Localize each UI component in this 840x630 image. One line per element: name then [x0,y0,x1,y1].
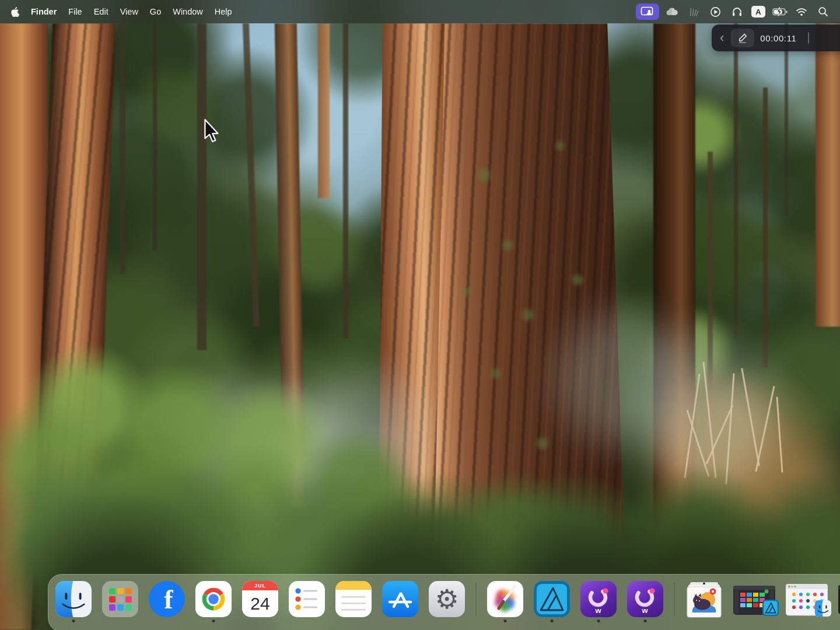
wallpaper-shape [816,23,840,327]
menu-item-finder[interactable]: Finder [25,0,62,23]
screen-sharing-icon[interactable] [636,4,659,20]
dock-notes[interactable] [335,581,372,617]
menu-bar: Finder File Edit View Go Window Help [0,0,840,23]
menu-bar-status: A [636,4,840,20]
dock-democreator-editor[interactable]: w [627,581,663,617]
menu-item-edit[interactable]: Edit [88,0,114,23]
dock-minimized-affinity-window[interactable] [733,586,775,616]
menu-item-help[interactable]: Help [209,0,238,23]
dock-app-store[interactable] [382,581,418,617]
dock-pixelmator[interactable] [487,581,523,617]
launchpad-icon [102,581,138,617]
finder-icon [55,581,92,617]
apple-logo [10,6,19,17]
chrome-icon [195,581,232,617]
wallpaper-shape [120,23,125,274]
running-indicator [551,620,554,622]
running-indicator [504,620,507,622]
pencil-icon [737,32,748,44]
democreator-letter: w [580,606,617,615]
democreator-letter: w [627,606,663,615]
toolbar-divider [808,32,809,44]
dock-calendar[interactable]: JUL 24 [242,581,278,617]
wallpaper-shape [554,140,566,152]
wifi-icon[interactable] [793,4,810,20]
running-indicator [212,620,215,622]
notes-icon [335,581,372,617]
dock-reminders[interactable] [289,581,325,617]
wallpaper-shape [489,367,502,380]
annotate-button[interactable] [731,29,754,47]
headphones-icon[interactable] [728,4,746,20]
dock-divider [674,582,675,616]
running-indicator [597,620,600,622]
dock-launchpad[interactable] [102,581,138,617]
affinity-badge-icon [762,600,779,618]
calendar-month: JUL [242,581,278,590]
dock-image-stack[interactable] [685,581,723,618]
wallpaper-shape [461,286,473,298]
recording-timer: 00:00:11 [760,33,796,43]
reminders-icon [289,581,325,617]
menu-item-window[interactable]: Window [167,0,209,23]
spotlight-search-icon[interactable] [814,4,832,20]
menu-item-view[interactable]: View [114,0,144,23]
wallpaper-shape [476,167,492,183]
dock-system-settings[interactable]: ⚙ [429,581,465,617]
recording-toolbar: ‹ 00:00:11 [712,24,840,51]
desktop-wallpaper [0,0,840,630]
wallpaper-shape [501,238,514,252]
desktop: Finder File Edit View Go Window Help [0,0,840,630]
cloud-drive-icon[interactable] [663,4,681,20]
play-circle-icon[interactable] [706,4,724,20]
running-indicator [72,620,75,622]
calendar-day: 24 [242,590,278,617]
democreator-icon: w [580,581,617,617]
battery-charging-icon[interactable] [771,4,789,20]
wallpaper-shape [343,23,348,338]
gear-icon: ⚙ [435,586,459,612]
dock-finder[interactable] [55,581,92,617]
wallpaper-shape [318,23,330,198]
dock-divider [475,582,477,616]
calendar-icon: JUL 24 [242,581,278,617]
input-source-label: A [751,6,765,18]
dock-minimized-finder-window[interactable] [786,584,828,617]
finder-badge-icon [815,600,831,619]
menu-bar-left: Finder File Edit View Go Window Help [0,0,238,23]
dock-affinity-designer[interactable] [534,581,570,617]
dock: f JUL 24 [48,574,840,630]
dock-facebook[interactable]: f [149,581,185,617]
pixelmator-icon [487,581,523,617]
wallpaper-shape [128,58,222,152]
wallpaper-shape [520,307,536,323]
input-source-icon[interactable]: A [750,4,767,20]
wallpaper-shape [734,23,738,338]
wallpaper-shape [197,23,206,350]
menu-item-go[interactable]: Go [144,0,167,23]
menu-item-file[interactable]: File [62,0,88,23]
dock-chrome[interactable] [195,581,232,617]
facebook-icon: f [149,581,185,617]
stripes-icon[interactable] [685,4,702,20]
dock-democreator[interactable]: w [580,581,617,617]
collapse-toolbar-button[interactable]: ‹ [719,32,725,44]
facebook-letter: f [164,584,173,614]
wallpaper-shape [570,273,584,287]
system-settings-icon: ⚙ [429,581,465,617]
image-stack-icon [685,581,723,620]
democreator-editor-icon: w [627,581,663,617]
running-indicator [644,620,647,622]
wallpaper-shape [785,23,788,216]
affinity-designer-icon [534,581,570,617]
app-store-icon [382,581,418,617]
wallpaper-shape [153,23,157,251]
apple-menu[interactable] [9,6,25,17]
